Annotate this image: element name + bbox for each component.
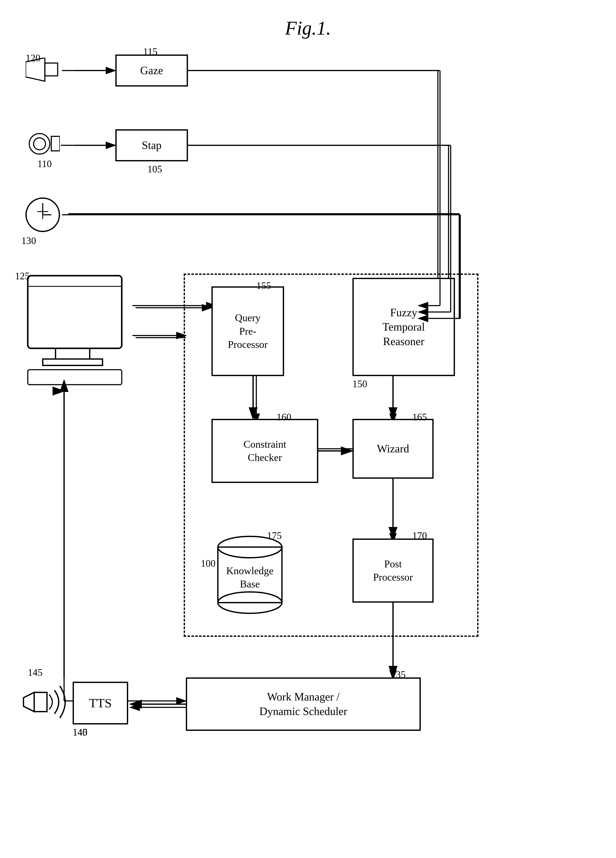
post-processor-label: Post Processor [373, 557, 413, 584]
ref-155: 155 [256, 280, 271, 291]
fuzzy-temporal-reasoner-label: Fuzzy Temporal Reasoner [383, 305, 425, 349]
wizard-box: Wizard [352, 419, 434, 479]
wizard-label: Wizard [377, 441, 409, 456]
ref-120: 120 [26, 52, 40, 64]
fuzzy-temporal-reasoner-box: Fuzzy Temporal Reasoner [352, 278, 455, 376]
svg-point-25 [29, 134, 50, 154]
ref-110: 110 [37, 158, 52, 169]
svg-rect-24 [45, 63, 58, 76]
page: Fig.1. [0, 0, 616, 858]
ref-170: 170 [412, 530, 427, 541]
ref-125: 125 [15, 270, 30, 282]
post-processor-box: Post Processor [352, 539, 434, 603]
figure-title: Fig.1. [285, 17, 331, 39]
constraint-checker-box: Constraint Checker [211, 419, 318, 483]
tts-box: TTS [73, 682, 128, 724]
query-preprocessor-label: Query Pre- Processor [228, 311, 268, 351]
work-manager-label: Work Manager / Dynamic Scheduler [259, 690, 347, 718]
clock-icon [25, 197, 61, 233]
gaze-box: Gaze [115, 54, 188, 87]
svg-rect-27 [51, 136, 60, 151]
ref-115: 115 [143, 46, 157, 57]
camera2-icon [28, 132, 60, 155]
stap-box: Stap [115, 129, 188, 161]
work-manager-box: Work Manager / Dynamic Scheduler [186, 678, 421, 731]
knowledge-base-label: Knowledge Base [218, 564, 282, 591]
tts-label: TTS [89, 695, 112, 711]
gaze-label: Gaze [140, 63, 163, 78]
ref-160: 160 [276, 411, 291, 423]
ref-165: 165 [412, 411, 427, 423]
query-preprocessor-box: Query Pre- Processor [211, 286, 284, 376]
ref-140-tts: 140 [73, 727, 87, 738]
svg-marker-41 [34, 692, 47, 712]
ref-145: 145 [28, 667, 42, 678]
ref-175: 175 [267, 530, 282, 541]
svg-marker-42 [23, 692, 34, 712]
ref-130: 130 [21, 235, 36, 246]
monitor-icon [15, 274, 135, 389]
svg-rect-35 [56, 348, 90, 359]
stap-label: Stap [142, 138, 161, 152]
ref-105: 105 [147, 163, 162, 175]
svg-point-26 [34, 138, 45, 150]
speaker-icon [21, 673, 70, 731]
ref-135: 135 [391, 669, 406, 680]
ref-150: 150 [352, 378, 367, 390]
svg-rect-37 [28, 370, 122, 385]
svg-rect-36 [43, 359, 102, 365]
constraint-checker-label: Constraint Checker [244, 438, 286, 464]
